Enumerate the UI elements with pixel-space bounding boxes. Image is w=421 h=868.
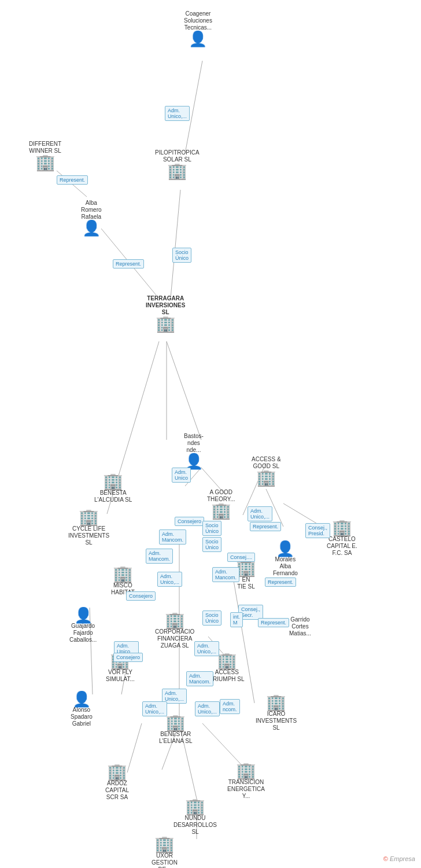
badge-consejero-2: Consejero [126, 591, 156, 601]
badge-represent-2: Represent. [113, 259, 144, 269]
badge-adm-mancom-2: Adm.Mancom. [146, 549, 173, 564]
badge-adm-unico-9: Adm.Unico,... [195, 701, 220, 716]
company-icon-different-winner: 🏢 [35, 155, 56, 171]
company-icon-transicion: 🏢 [236, 763, 256, 779]
person-icon-coagener: 👤 [189, 31, 207, 46]
copyright: © Empresa [383, 855, 415, 862]
node-pilopitropica: PILOPITROPICASOLAR SL 🏢 [155, 149, 200, 179]
badge-socio-unico-1: SocioÚnico [172, 248, 191, 263]
company-icon-benestal: 🏢 [103, 473, 123, 490]
graph-container: CoagenerSolucionesTecnicas... 👤 PILOPITR… [0, 0, 421, 868]
badge-consej-1: Consej.... [227, 553, 255, 562]
node-guajardo: 👤 GuajardoFajardoCaballos... [69, 608, 97, 643]
badge-represent-3: Represent. [250, 522, 281, 531]
node-benestal: 🏢 BENESTAL'ALCUDIA SL [94, 473, 132, 503]
node-alonso-spadaro: 👤 AlonsoSpadaroGabriel [71, 692, 93, 727]
badge-socio-unico-3: SocioÚnico [202, 537, 221, 552]
node-benestar-eliana: 🏢 BENESTARL'ELIANA SL [159, 715, 193, 745]
badge-represent-1: Represent. [57, 175, 88, 185]
company-icon-access-good: 🏢 [256, 470, 276, 486]
node-access-good: ACCESS &GOOD SL 🏢 [252, 456, 281, 486]
company-icon-icaro: 🏢 [266, 694, 286, 711]
badge-represent-4: Represent. [265, 578, 296, 587]
badge-consejero-3: Consejero [113, 653, 143, 662]
badge-adm-mancom-3: Adm.Mancom. [212, 567, 239, 582]
badge-socio-unico-4: SocioÚnico [202, 610, 221, 626]
company-icon-a-good-theory: 🏢 [211, 503, 231, 519]
badge-int-m: int.M [230, 612, 243, 627]
node-terragara: TERRAGARAINVERSIONESSL 🏢 [146, 295, 185, 332]
node-morales-alba: 👤 MoralesAlbaFernando [273, 541, 298, 577]
node-corporacion: 🏢 CORPORACIOFINANCIERAZUAGA SL [155, 612, 194, 649]
svg-line-20 [127, 723, 142, 773]
company-icon-castelo: 🏢 [332, 520, 352, 536]
company-icon-terragara: 🏢 [156, 316, 176, 332]
badge-adm-mancom-4: Adm.Mancom. [186, 671, 213, 686]
company-icon-corporacion: 🏢 [165, 612, 185, 628]
node-bastos: Bastos-ndesnde... 👤 [184, 433, 204, 469]
person-icon-bastos: 👤 [184, 454, 203, 469]
person-icon-morales-alba: 👤 [276, 541, 294, 556]
company-icon-cycle-life: 🏢 [79, 509, 99, 525]
badge-adm-unico-5: Adm.Unico,... [194, 641, 219, 656]
node-alba-romero: AlbaRomeroRafaela 👤 [81, 200, 102, 236]
node-icaro: 🏢 ICAROINVESTMENTSSL [256, 694, 297, 731]
badge-adm-unico-2: Adm.Unico [172, 468, 191, 483]
badge-adm-mancom-1: Adm.Mancom. [159, 529, 186, 545]
person-icon-alonso-spadaro: 👤 [72, 692, 91, 707]
connection-lines [0, 0, 421, 868]
node-garrido: GarridoCortesMatias... [289, 616, 311, 637]
svg-line-5 [167, 341, 201, 440]
node-transicion: 🏢 TRANSICIONENERGETICAY... [227, 763, 265, 800]
node-ardoz: 🏢 ARDOZCAPITALSCR SA [105, 764, 129, 801]
badge-adm-unico-4: Adm.Unico,... [248, 506, 272, 521]
node-uxor: 🏢 UXORGESTIONDE... [152, 836, 178, 868]
node-a-good-theory: A GOODTHEORY... 🏢 [207, 489, 235, 519]
node-castelo: 🏢 CASTELOCAPITAL E.F.C. SA [327, 520, 357, 557]
company-icon-access-triumph: 🏢 [217, 653, 237, 669]
badge-consej-presid: Consej.,Presid. [305, 523, 330, 538]
badge-represent-5: Represent. [258, 618, 289, 627]
node-different-winner: DIFFERENTWINNER SL 🏢 [29, 141, 61, 171]
badge-adm-unico-3: Adm.Unico,... [157, 572, 182, 587]
person-icon-guajardo: 👤 [74, 608, 93, 623]
node-coagener: CoagenerSolucionesTecnicas... 👤 [184, 10, 212, 46]
company-icon-benestar-eliana: 🏢 [165, 715, 186, 731]
company-icon-uxor: 🏢 [154, 836, 175, 852]
node-access-triumph: 🏢 ACCESSTRIUMPH SL [209, 653, 245, 683]
badge-adm-unico-8: Adm.Unico,... [142, 701, 167, 716]
badge-socio-unico-2: SocioÚnico [202, 521, 221, 536]
node-nundu: 🏢 NUNDUDESARROLLOSSL [173, 799, 217, 836]
node-cycle-life: 🏢 CYCLE LIFEINVESTMENTSSL [68, 509, 109, 546]
badge-adm-unico-1: Adm.Unico,... [165, 106, 190, 121]
company-icon-pilopitropica: 🏢 [167, 163, 187, 179]
person-icon-alba-romero: 👤 [82, 220, 101, 236]
svg-line-1 [171, 190, 180, 298]
company-icon-misco-habitat: 🏢 [113, 566, 133, 582]
company-icon-ardoz: 🏢 [107, 764, 127, 780]
company-icon-nundu: 🏢 [185, 799, 205, 815]
badge-consejero-1: Consejero [175, 517, 204, 526]
badge-adm-ncom: Adm.ncom. [220, 699, 240, 714]
